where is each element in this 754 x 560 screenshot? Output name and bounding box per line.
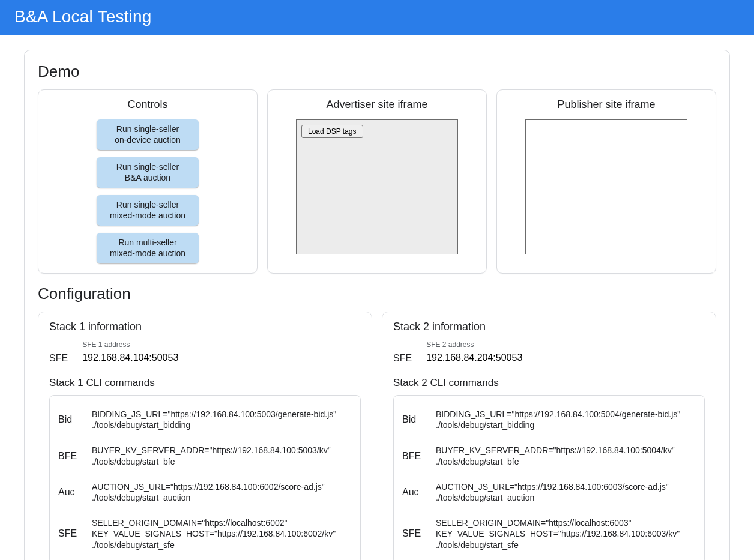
- stack-2-cli-card: Bid BIDDING_JS_URL="https://192.168.84.1…: [393, 395, 705, 560]
- cli-tag: BFE: [402, 451, 425, 462]
- sfe-1-address-input[interactable]: [82, 350, 361, 366]
- sfe-1-address-field: SFE 1 address: [82, 340, 361, 366]
- run-single-seller-ba-button[interactable]: Run single-seller B&A auction: [97, 157, 199, 188]
- advertiser-iframe: Load DSP tags: [296, 119, 458, 254]
- stack-2-cli-bid: Bid BIDDING_JS_URL="https://192.168.84.1…: [402, 403, 696, 436]
- cli-cmd: SELLER_ORIGIN_DOMAIN="https://localhost:…: [436, 517, 680, 550]
- stack-1-title: Stack 1 information: [49, 321, 361, 333]
- run-multi-seller-mixed-button[interactable]: Run multi-seller mixed-mode auction: [97, 233, 199, 263]
- advertiser-title: Advertiser site iframe: [276, 98, 478, 111]
- run-single-seller-mixed-button[interactable]: Run single-seller mixed-mode auction: [97, 195, 199, 226]
- stack-2-sfe-row: SFE SFE 2 address: [393, 340, 705, 366]
- advertiser-panel: Advertiser site iframe Load DSP tags: [267, 89, 487, 274]
- sfe-2-address-input[interactable]: [426, 350, 705, 366]
- stack-1-cli-title: Stack 1 CLI commands: [49, 377, 361, 389]
- stack-1-sfe-row: SFE SFE 1 address: [49, 340, 361, 366]
- stack-2-cli-bfe: BFE BUYER_KV_SERVER_ADDR="https://192.16…: [402, 439, 696, 472]
- main-card: Demo Controls Run single-seller on-devic…: [24, 50, 730, 560]
- stack-1-cli-bid: Bid BIDDING_JS_URL="https://192.168.84.1…: [58, 403, 352, 436]
- stack-1-cli-card: Bid BIDDING_JS_URL="https://192.168.84.1…: [49, 395, 361, 560]
- cli-cmd: BUYER_KV_SERVER_ADDR="https://192.168.84…: [92, 445, 331, 466]
- load-dsp-tags-button[interactable]: Load DSP tags: [301, 125, 363, 138]
- configuration-heading: Configuration: [38, 285, 716, 303]
- app-header: B&A Local Testing: [0, 0, 754, 35]
- controls-title: Controls: [47, 98, 249, 111]
- stack-1-cli-sfe: SFE SELLER_ORIGIN_DOMAIN="https://localh…: [58, 511, 352, 556]
- cli-tag: BFE: [58, 451, 81, 462]
- cli-cmd: BUYER_KV_SERVER_ADDR="https://192.168.84…: [436, 445, 675, 466]
- cli-tag: Bid: [58, 414, 81, 425]
- stack-2-cli-auc: Auc AUCTION_JS_URL="https://192.168.84.1…: [402, 475, 696, 509]
- cli-tag: SFE: [402, 528, 425, 539]
- sfe-1-address-label: SFE 1 address: [82, 340, 361, 349]
- demo-panels: Controls Run single-seller on-device auc…: [38, 89, 716, 274]
- stack-2-title: Stack 2 information: [393, 321, 705, 333]
- cli-tag: Auc: [402, 487, 425, 498]
- stack-1-card: Stack 1 information SFE SFE 1 address St…: [38, 312, 372, 560]
- controls-panel: Controls Run single-seller on-device auc…: [38, 89, 258, 274]
- stack-2-cli-title: Stack 2 CLI commands: [393, 377, 705, 389]
- cli-cmd: SELLER_ORIGIN_DOMAIN="https://localhost:…: [92, 517, 336, 550]
- cli-cmd: BIDDING_JS_URL="https://192.168.84.100:5…: [436, 409, 680, 430]
- app-title: B&A Local Testing: [14, 7, 152, 26]
- cli-cmd: AUCTION_JS_URL="https://192.168.84.100:6…: [92, 481, 325, 503]
- controls-buttons: Run single-seller on-device auction Run …: [47, 119, 249, 263]
- stack-2-card: Stack 2 information SFE SFE 2 address St…: [382, 312, 716, 560]
- stack-1-cli-bfe: BFE BUYER_KV_SERVER_ADDR="https://192.16…: [58, 439, 352, 472]
- cli-cmd: AUCTION_JS_URL="https://192.168.84.100:6…: [436, 481, 669, 503]
- sfe-2-address-label: SFE 2 address: [426, 340, 705, 349]
- stack-1-cli-auc: Auc AUCTION_JS_URL="https://192.168.84.1…: [58, 475, 352, 509]
- run-single-seller-on-device-button[interactable]: Run single-seller on-device auction: [97, 119, 199, 150]
- publisher-iframe: [525, 119, 687, 254]
- stack-2-sfe-label: SFE: [393, 353, 412, 366]
- sfe-2-address-field: SFE 2 address: [426, 340, 705, 366]
- stack-2-cli-sfe: SFE SELLER_ORIGIN_DOMAIN="https://localh…: [402, 511, 696, 556]
- demo-heading: Demo: [38, 62, 716, 81]
- page-main: Demo Controls Run single-seller on-devic…: [0, 35, 754, 560]
- publisher-title: Publisher site iframe: [505, 98, 707, 111]
- cli-cmd: BIDDING_JS_URL="https://192.168.84.100:5…: [92, 409, 336, 430]
- publisher-panel: Publisher site iframe: [496, 89, 716, 274]
- stacks-row: Stack 1 information SFE SFE 1 address St…: [38, 312, 716, 560]
- cli-tag: Bid: [402, 414, 425, 425]
- cli-tag: SFE: [58, 528, 81, 539]
- stack-1-sfe-label: SFE: [49, 353, 68, 366]
- cli-tag: Auc: [58, 487, 81, 498]
